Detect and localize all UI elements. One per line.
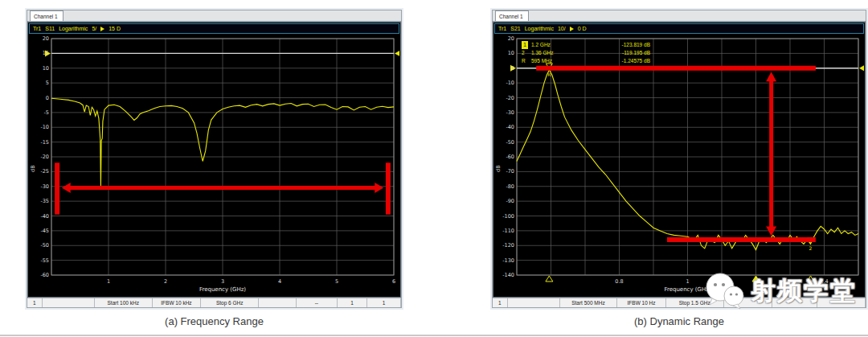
grid: [51, 39, 394, 275]
caption-frequency-range: (a) Frequency Range: [27, 315, 402, 327]
tab-strip: Channel 1: [493, 10, 866, 22]
arrow-head-right-icon: [375, 183, 383, 193]
plot-content: Tr1 S11 Logarithmic 5/ 15 D 20151050-5-1…: [27, 22, 401, 298]
trace-format: Logarithmic: [59, 26, 88, 31]
status-cell: 1: [367, 298, 401, 307]
y-tick-label: -120: [502, 242, 514, 249]
wechat-icon: [704, 272, 746, 310]
marker-value: -1.24575 dB: [578, 57, 690, 65]
y-tick-label: 10: [43, 65, 49, 72]
caption-dynamic-range: (b) Dynamic Range: [492, 315, 866, 327]
marker-readout: 11.2 GHz-123.819 dB21.36 GHz-119.195 dBR…: [522, 41, 690, 65]
trace-scale: 10/: [558, 26, 566, 31]
status-bar: 1Start 100 kHzIFBW 10 kHzStop 6 GHz--11: [27, 298, 401, 307]
y-tick-label: 5: [46, 80, 49, 86]
y-tick-label: -60: [506, 154, 514, 160]
x-tick-label: 4: [278, 278, 281, 285]
plot-area: 20151050-5-10-15-20-25-30-35-40-45-50-55…: [29, 34, 399, 296]
trace-marker-label: R: [547, 72, 551, 77]
x-axis-title: Frequency (GHz): [199, 286, 246, 293]
marker-id: 1: [522, 41, 528, 49]
trace-param: S21: [510, 26, 520, 31]
x-tick-label: 2: [164, 278, 167, 285]
y-tick-label: -5: [44, 109, 49, 116]
trace-param: S11: [45, 26, 55, 31]
y-tick-label: -40: [506, 124, 514, 130]
x-tick-label: 1: [686, 278, 689, 285]
marker-frequency: 1.2 GHz: [531, 41, 578, 49]
x-tick-label: 5: [335, 278, 338, 285]
s21-chart: 20100-10-20-30-40-50-60-70-80-90-100-110…: [494, 34, 864, 296]
marker-readout-row: 21.36 GHz-119.195 dB: [522, 49, 690, 57]
status-cell: [508, 298, 560, 307]
reference-triangle-right-icon: [859, 65, 864, 72]
status-cell: [259, 298, 297, 307]
marker-frequency: 1.36 GHz: [531, 49, 578, 57]
trace-header[interactable]: Tr1 S11 Logarithmic 5/ 15 D: [29, 23, 399, 34]
y-tick-label: 0: [511, 65, 514, 72]
status-cell: 1: [338, 298, 367, 307]
marker-value: -123.819 dB: [578, 41, 690, 49]
y-tick-label: -20: [506, 95, 514, 101]
plot-content: Tr1 S21 Logarithmic 10/ 0 D 20100-10-20-…: [493, 22, 866, 298]
y-tick-label: -80: [506, 183, 514, 190]
vna-window-frequency-range: Channel 1 Tr1 S11 Logarithmic 5/ 15 D 20…: [27, 10, 402, 308]
marker-id: R: [522, 57, 531, 65]
arrow-head-up-icon: [766, 72, 776, 81]
watermark: 射频学堂: [704, 272, 857, 310]
tab-strip: Channel 1: [27, 10, 401, 22]
marker-id: 2: [522, 49, 531, 57]
trace-marker-label: 2: [809, 245, 813, 251]
x-tick-label: 6: [392, 278, 395, 285]
marker-readout-row: R595 MHz-1.24575 dB: [522, 57, 690, 65]
y-tick-label: 15: [43, 50, 49, 56]
y-tick-label: 20: [508, 35, 514, 42]
axis-marker-icon[interactable]: [546, 276, 553, 282]
plot-area: 20100-10-20-30-40-50-60-70-80-90-100-110…: [494, 34, 864, 296]
trace-name: Tr1: [498, 26, 506, 31]
ref-level-arrow-icon: [100, 27, 104, 31]
y-tick-label: -40: [40, 213, 49, 220]
y-tick-label: -30: [506, 109, 514, 116]
status-cell: [43, 298, 95, 307]
y-tick-label: -60: [40, 272, 49, 278]
status-cell: Stop 6 GHz: [201, 298, 259, 307]
y-tick-label: 20: [43, 35, 49, 42]
vna-window-dynamic-range: Channel 1 Tr1 S21 Logarithmic 10/ 0 D 20…: [492, 10, 866, 308]
y-tick-label: -10: [506, 80, 514, 86]
y-tick-label: -70: [506, 168, 514, 175]
x-tick-label: 3: [221, 278, 224, 285]
y-tick-label: -10: [40, 124, 49, 130]
x-tick-label: 1: [107, 278, 110, 285]
y-tick-label: -35: [40, 198, 49, 204]
y-tick-label: -110: [502, 228, 514, 234]
watermark-text: 射频学堂: [751, 274, 857, 308]
y-tick-label: -25: [40, 168, 49, 175]
y-tick-label: 10: [508, 50, 514, 56]
arrow-head-down-icon: [766, 226, 776, 236]
trace-format: Logarithmic: [525, 26, 554, 31]
y-tick-label: -100: [502, 213, 514, 220]
marker-readout-row: 11.2 GHz-123.819 dB: [522, 41, 690, 49]
ref-level-arrow-icon: [570, 27, 574, 31]
y-tick-label: -130: [502, 257, 514, 264]
marker-value: -119.195 dB: [578, 49, 690, 57]
y-tick-label: -20: [40, 154, 49, 160]
arrow-head-left-icon: [62, 183, 71, 193]
y-tick-label: -15: [40, 139, 49, 146]
trace-ref-level: 15 D: [108, 26, 121, 31]
y-tick-label: -50: [40, 242, 49, 249]
status-cell: 1: [493, 298, 508, 307]
y-tick-label: -30: [40, 183, 49, 190]
status-cell: Start 500 MHz: [560, 298, 618, 307]
status-cell: IFBW 10 kHz: [153, 298, 201, 307]
y-axis-unit: dB: [495, 165, 502, 172]
trace-header[interactable]: Tr1 S21 Logarithmic 10/ 0 D: [494, 23, 864, 34]
status-cell: Start 100 kHz: [95, 298, 153, 307]
y-tick-label: -45: [40, 228, 49, 234]
tab-channel-1[interactable]: Channel 1: [30, 10, 63, 21]
tab-channel-1[interactable]: Channel 1: [495, 10, 529, 21]
y-tick-label: -55: [40, 257, 49, 264]
s11-chart: 20151050-5-10-15-20-25-30-35-40-45-50-55…: [29, 34, 399, 296]
x-tick-label: 0.8: [615, 278, 623, 285]
